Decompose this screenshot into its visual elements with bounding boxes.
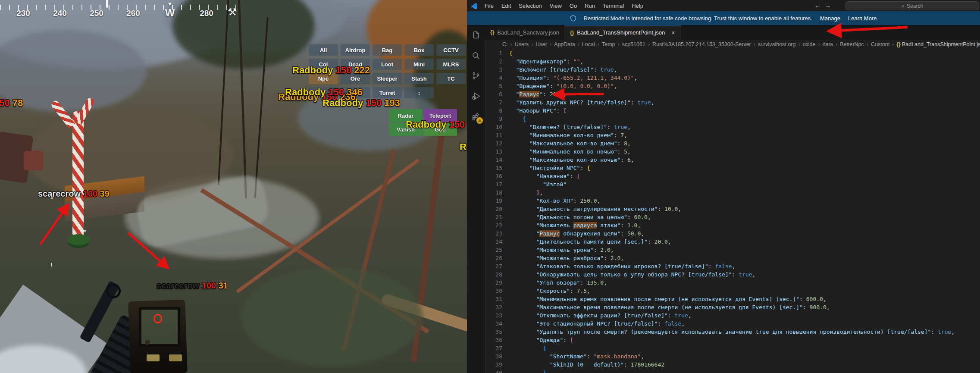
code-line-15[interactable]: "Настройки NPC": { xyxy=(509,164,955,172)
line-number: 14 xyxy=(485,156,502,164)
source-control-icon[interactable] xyxy=(467,66,485,86)
code-line-11[interactable]: "Минимальное кол-во днем": 7, xyxy=(509,131,955,139)
code-line-17[interactable]: "Изгой" xyxy=(509,180,955,188)
banner-learn-more-link[interactable]: Learn More xyxy=(848,15,877,22)
code-line-23[interactable]: "Радиус обнаружения цели": 50.0, xyxy=(509,229,955,238)
code-line-35[interactable]: "Удалять труп после смерти? (рекомендует… xyxy=(509,328,955,336)
forward-arrow-icon[interactable]: → xyxy=(825,2,831,9)
menu-go[interactable]: Go xyxy=(566,3,581,9)
code-line-13[interactable]: "Минимальное кол-во ночью": 5, xyxy=(509,147,955,156)
npc-health: 250 xyxy=(0,97,10,108)
breadcrumb-item[interactable]: {} BadLand_TransShipmentPoint.json xyxy=(896,41,980,47)
menu-view[interactable]: View xyxy=(546,3,566,9)
npc-distance: 1 xyxy=(465,119,467,130)
code-line-12[interactable]: "Максимальное кол-во днем": 8, xyxy=(509,139,955,147)
tab-BadLand_TransShipmentPoint.json[interactable]: {}BadLand_TransShipmentPoint.json× xyxy=(565,25,681,40)
code-editor[interactable]: 1234567891011121314151617181920212223242… xyxy=(485,49,980,373)
code-line-18[interactable]: ], xyxy=(509,188,955,197)
code-line-1[interactable]: { xyxy=(509,49,955,57)
code-line-31[interactable]: "Минимальное время появления после смерт… xyxy=(509,295,955,303)
menu-help[interactable]: Help xyxy=(628,3,647,9)
filter-button-cctv[interactable]: CCTV xyxy=(436,44,466,56)
breadcrumb-item[interactable]: oxide xyxy=(803,41,816,47)
filter-button-turret[interactable]: Turret xyxy=(373,87,402,98)
chevron-right-icon: › xyxy=(598,41,599,47)
filter-button-all[interactable]: All xyxy=(309,44,338,56)
filter-button-mlrs[interactable]: MLRS xyxy=(436,59,466,70)
code-line-5[interactable]: "Вращение": "(0.0, 0.0, 0.0)", xyxy=(509,82,955,90)
code-line-21[interactable]: "Дальность погони за целью": 60.0, xyxy=(509,213,955,221)
filter-button-mini[interactable]: Mini xyxy=(404,59,434,70)
menu-file[interactable]: File xyxy=(481,3,498,9)
code-line-33[interactable]: "Отключать эффекты рации? [true/false]":… xyxy=(509,311,955,320)
menu-edit[interactable]: Edit xyxy=(498,3,515,9)
code-line-29[interactable]: "Угол обзора": 135.0, xyxy=(509,279,955,287)
npc-health: 150 xyxy=(333,65,351,75)
breadcrumb-item[interactable]: Temp xyxy=(602,41,615,47)
back-arrow-icon[interactable]: ← xyxy=(814,2,820,9)
chevron-right-icon: › xyxy=(648,41,650,47)
code-line-3[interactable]: "Включен? [true/false]": true, xyxy=(509,66,955,74)
code-line-37[interactable]: { xyxy=(509,344,955,352)
code-line-25[interactable]: "Множитель урона": 2.0, xyxy=(509,246,955,254)
breadcrumb-item[interactable]: Custom xyxy=(871,41,889,47)
npc-name: R xyxy=(460,141,467,152)
code-line-36[interactable]: "Одежда": [ xyxy=(509,336,955,344)
code-line-34[interactable]: "Это стационарный NPC? [true/false]": fa… xyxy=(509,320,955,328)
code-line-4[interactable]: "Позиция": "(-655.2, 121.1, 344.0)", xyxy=(509,74,955,82)
filter-button-sleeper[interactable]: Sleeper xyxy=(373,73,402,84)
code-line-16[interactable]: "Названия": [ xyxy=(509,172,955,180)
code-line-19[interactable]: "Кол-во ХП": 250.0, xyxy=(509,197,955,205)
code-line-2[interactable]: "Идентификатор": "", xyxy=(509,57,955,66)
extensions-icon[interactable]: ⚠ xyxy=(467,106,485,126)
code-line-8[interactable]: "Наборы NPC": [ xyxy=(509,107,955,115)
code-line-28[interactable]: "Обнаруживать цель только в углу обзора … xyxy=(509,270,955,279)
code-line-26[interactable]: "Множитель разброса": 2.0, xyxy=(509,254,955,262)
filter-button-stash[interactable]: Stash xyxy=(404,73,434,84)
breadcrumb-item[interactable]: BetterNpc xyxy=(840,41,864,47)
code-line-10[interactable]: "Включен? [true/false]": true, xyxy=(509,123,955,131)
line-number: 33 xyxy=(485,311,502,320)
code-line-9[interactable]: { xyxy=(509,115,955,123)
banner-manage-link[interactable]: Manage xyxy=(820,15,840,22)
code-line-27[interactable]: "Атаковать только враждебных игроков? [t… xyxy=(509,262,955,270)
filter-button-box[interactable]: Box xyxy=(404,44,434,56)
filter-button-airdrop[interactable]: Airdrop xyxy=(341,44,370,56)
breadcrumb-item[interactable]: survivalhost.org xyxy=(758,41,796,47)
run-debug-icon[interactable] xyxy=(467,86,485,106)
code-line-20[interactable]: "Дальность патрулирования местности": 10… xyxy=(509,205,955,213)
code-line-40[interactable]: } xyxy=(509,369,955,373)
breadcrumb-item[interactable]: scp51061 xyxy=(622,41,645,47)
rifle-barrel xyxy=(79,281,119,343)
filter-button-↕[interactable]: ↕ xyxy=(404,87,434,98)
menu-run[interactable]: Run xyxy=(581,3,599,9)
search-input[interactable]: ⌕ Search xyxy=(845,1,979,10)
breadcrumb-item[interactable]: User xyxy=(536,41,547,47)
breadcrumb-item[interactable]: C: xyxy=(502,41,508,47)
tab-close-icon[interactable]: × xyxy=(671,29,675,36)
code-line-6[interactable]: "Радиус": 20.0, xyxy=(509,90,955,98)
breadcrumb-item[interactable]: Rust%3A185.207.214.153_35300-Server xyxy=(652,41,751,47)
menu-selection[interactable]: Selection xyxy=(515,3,545,9)
code-line-39[interactable]: "SkinID (0 - default)": 1780166642 xyxy=(509,360,955,369)
tab-BadLand_Sanctvary.json[interactable]: {}BadLand_Sanctvary.json xyxy=(485,25,565,40)
code-line-22[interactable]: "Множитель радиуса атаки": 1.0, xyxy=(509,221,955,229)
code-line-14[interactable]: "Максимальное кол-во ночью": 6, xyxy=(509,156,955,164)
code-line-32[interactable]: "Максимальное время появления после смер… xyxy=(509,303,955,311)
breadcrumb-item[interactable]: AppData xyxy=(554,41,575,47)
search-view-icon[interactable] xyxy=(467,45,485,66)
code-line-30[interactable]: "Скорость": 7.5, xyxy=(509,287,955,295)
filter-button-loot[interactable]: Loot xyxy=(373,59,402,70)
breadcrumb-item[interactable]: Users xyxy=(515,41,529,47)
filter-button-bag[interactable]: Bag xyxy=(373,44,402,56)
code-line-38[interactable]: "ShortName": "mask.bandana", xyxy=(509,352,955,360)
code-line-7[interactable]: "Удалить других NPC? [true/false]": true… xyxy=(509,98,955,107)
chevron-right-icon: › xyxy=(818,41,820,47)
code-line-24[interactable]: "Длительность памяти цели [sec.]": 20.0, xyxy=(509,238,955,246)
breadcrumb-item[interactable]: Local xyxy=(582,41,595,47)
filter-button-tc[interactable]: TC xyxy=(436,73,466,84)
breadcrumb-item[interactable]: data xyxy=(823,41,833,47)
npc-label-clipped: 250 78 xyxy=(0,97,23,109)
menu-terminal[interactable]: Terminal xyxy=(599,3,628,9)
explorer-icon[interactable] xyxy=(467,25,485,45)
